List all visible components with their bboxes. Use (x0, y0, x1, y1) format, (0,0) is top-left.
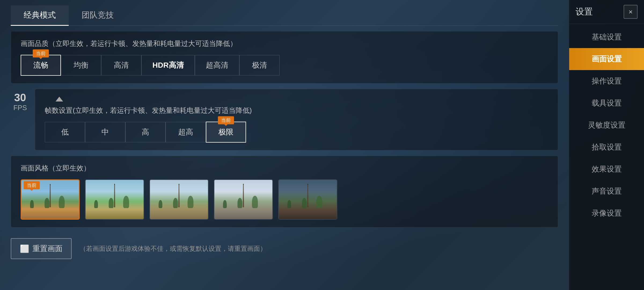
quality-current-badge: 当前 (33, 49, 49, 57)
fps-current-badge: 当前 (218, 116, 234, 124)
sidebar-item-vehicle[interactable]: 载具设置 (569, 92, 644, 114)
fps-unit: FPS (13, 104, 27, 112)
fps-option-mid[interactable]: 中 (85, 122, 125, 142)
sidebar-item-basic[interactable]: 基础设置 (569, 26, 644, 48)
fps-display: 30 FPS (11, 89, 30, 112)
quality-option-hdr[interactable]: HDR高清 (141, 55, 195, 75)
style-thumb-style2[interactable] (85, 179, 144, 220)
style-section: 画面风格（立即生效） 当前 (11, 156, 558, 227)
fps-number: 30 (14, 92, 26, 104)
fps-option-low[interactable]: 低 (45, 122, 85, 142)
style-thumb-style1[interactable]: 当前 (21, 179, 80, 220)
style-thumb-style4[interactable] (214, 179, 273, 220)
close-button[interactable]: × (624, 5, 638, 19)
sidebar-item-audio[interactable]: 声音设置 (569, 180, 644, 202)
fps-option-high[interactable]: 高 (125, 122, 166, 142)
style-thumb-style3[interactable] (149, 179, 208, 220)
content-body: 画面品质（立即生效，若运行卡顿、发热量和耗电量过大可适当降低） 当前流畅均衡高清… (11, 26, 558, 285)
reset-button[interactable]: ⬜ 重置画面 (11, 238, 72, 259)
fps-option-max[interactable]: 当前极限 (206, 122, 246, 143)
quality-option-smooth[interactable]: 当前流畅 (21, 55, 61, 76)
tab-classic[interactable]: 经典模式 (11, 5, 69, 26)
quality-option-extreme[interactable]: 极清 (239, 55, 280, 75)
bottom-bar: ⬜ 重置画面 （若画面设置后游戏体验不佳，或需恢复默认设置，请重置画面） (11, 233, 558, 262)
sidebar-header: 设置 × (569, 0, 644, 24)
quality-option-hd[interactable]: 高清 (101, 55, 141, 75)
reset-hint: （若画面设置后游戏体验不佳，或需恢复默认设置，请重置画面） (80, 244, 266, 253)
tabs-row: 经典模式团队竞技 (11, 5, 558, 26)
style-current-badge: 当前 (24, 181, 40, 189)
sidebar-item-controls[interactable]: 操作设置 (569, 70, 644, 92)
quality-options-row: 当前流畅均衡高清HDR高清超高清极清 (21, 55, 548, 76)
tab-team[interactable]: 团队竞技 (69, 5, 127, 26)
settings-sidebar: 设置 × 基础设置画面设置操作设置载具设置灵敏度设置拾取设置效果设置声音设置录像… (569, 0, 644, 290)
reset-label: 重置画面 (32, 244, 63, 254)
close-icon: × (628, 8, 632, 16)
fps-label: 帧数设置(立即生效，若运行卡顿、发热量和耗电量过大可适当降低) (45, 106, 548, 115)
sidebar-item-display[interactable]: 画面设置 (569, 48, 644, 70)
fps-section: 帧数设置(立即生效，若运行卡顿、发热量和耗电量过大可适当降低) 低中高超高当前极… (35, 89, 558, 150)
main-content: 经典模式团队竞技 画面品质（立即生效，若运行卡顿、发热量和耗电量过大可适当降低）… (0, 0, 569, 290)
fps-options-row: 低中高超高当前极限 (45, 122, 548, 143)
style-thumb-style5[interactable] (278, 179, 337, 220)
quality-option-ultra[interactable]: 超高清 (195, 55, 239, 75)
fps-option-ultra[interactable]: 超高 (166, 122, 206, 142)
sidebar-item-effects[interactable]: 效果设置 (569, 158, 644, 180)
sidebar-item-pickup[interactable]: 拾取设置 (569, 136, 644, 158)
sidebar-item-sensitivity[interactable]: 灵敏度设置 (569, 114, 644, 136)
sidebar-menu: 基础设置画面设置操作设置载具设置灵敏度设置拾取设置效果设置声音设置录像设置 (569, 24, 644, 290)
sidebar-title: 设置 (576, 6, 593, 18)
style-label: 画面风格（立即生效） (21, 164, 548, 173)
sidebar-item-recording[interactable]: 录像设置 (569, 202, 644, 224)
quality-label: 画面品质（立即生效，若运行卡顿、发热量和耗电量过大可适当降低） (21, 39, 548, 48)
reset-icon: ⬜ (20, 244, 29, 253)
style-thumbnails: 当前 (21, 179, 548, 220)
quality-section: 画面品质（立即生效，若运行卡顿、发热量和耗电量过大可适当降低） 当前流畅均衡高清… (11, 31, 558, 84)
quality-option-balanced[interactable]: 均衡 (61, 55, 101, 75)
fps-triangle-indicator (56, 97, 63, 102)
